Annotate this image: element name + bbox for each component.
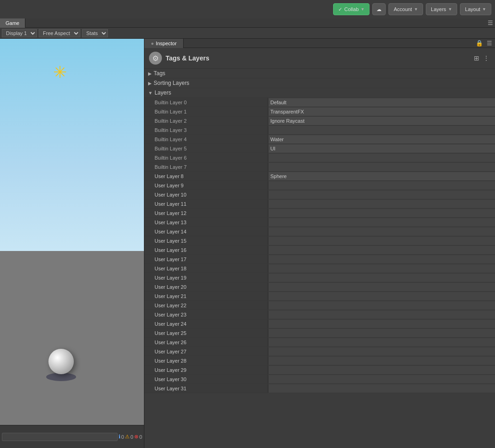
sorting-layers-section-row[interactable]: ▶ Sorting Layers <box>144 78 495 88</box>
layer-label: Builtin Layer 1 <box>144 107 268 116</box>
layer-row: Builtin Layer 6 <box>144 153 495 162</box>
display-select[interactable]: Display 1 <box>2 29 37 37</box>
layer-row: User Layer 25 <box>144 329 495 338</box>
layers-button[interactable]: Layers ▼ <box>426 3 457 15</box>
console-scrollbar[interactable] <box>2 433 118 441</box>
layer-input[interactable] <box>268 108 495 116</box>
layer-input[interactable] <box>268 375 495 383</box>
error-icon: ⊗ <box>134 434 138 440</box>
inspector-dot-icon: ● <box>151 41 154 46</box>
layer-input[interactable] <box>268 172 495 180</box>
layer-label: User Layer 30 <box>144 375 268 383</box>
account-button[interactable]: Account ▼ <box>388 3 423 15</box>
sun-icon: ✳ <box>53 64 72 83</box>
layer-row: User Layer 26 <box>144 338 495 347</box>
cloud-icon: ☁ <box>376 6 382 12</box>
layer-input[interactable] <box>268 347 495 356</box>
layer-input[interactable] <box>268 191 495 199</box>
layers-section-header[interactable]: ▼ Layers <box>144 88 495 98</box>
inspector-panel: ● Inspector 🔒 ☰ ⚙ Tags & Layers ⊞ ⋮ <box>144 39 495 448</box>
layer-label: User Layer 21 <box>144 292 268 300</box>
game-tab[interactable]: Game <box>0 18 25 28</box>
sky-background <box>0 39 144 251</box>
layer-input[interactable] <box>268 357 495 365</box>
layer-input[interactable] <box>268 135 495 143</box>
layer-input[interactable] <box>268 181 495 190</box>
collab-checkmark: ✓ <box>338 6 342 12</box>
layer-row: Builtin Layer 3 <box>144 125 495 135</box>
layer-row: User Layer 22 <box>144 301 495 310</box>
layers-section: Builtin Layer 0Builtin Layer 1Builtin La… <box>144 98 495 393</box>
aspect-select[interactable]: Free Aspect <box>39 29 80 37</box>
layer-input[interactable] <box>268 264 495 273</box>
layer-label: User Layer 15 <box>144 236 268 245</box>
layer-row: Builtin Layer 0 <box>144 98 495 107</box>
layer-input[interactable] <box>268 255 495 263</box>
tags-section-label: Tags <box>154 70 165 77</box>
cloud-button[interactable]: ☁ <box>372 3 386 15</box>
ground-background <box>0 251 144 425</box>
layer-input[interactable] <box>268 329 495 337</box>
expand-icon[interactable]: ⊞ <box>473 54 480 63</box>
layer-input[interactable] <box>268 320 495 328</box>
top-bar: ✓ Collab ▼ ☁ Account ▼ Layers ▼ Layout ▼ <box>0 0 495 18</box>
console-area: ℹ 0 ⚠ 0 ⊗ 0 <box>0 425 144 448</box>
tab-menu-icon[interactable]: ☰ <box>486 40 493 47</box>
layer-input[interactable] <box>268 292 495 300</box>
layer-label: User Layer 23 <box>144 310 268 319</box>
layer-input[interactable] <box>268 311 495 319</box>
layer-input[interactable] <box>268 274 495 282</box>
gear-icon: ⚙ <box>149 52 162 65</box>
layer-input[interactable] <box>268 283 495 291</box>
layer-input[interactable] <box>268 200 495 208</box>
game-area: ✳ ℹ 0 ⚠ 0 <box>0 39 144 448</box>
collab-button[interactable]: ✓ Collab ▼ <box>333 3 370 15</box>
layer-label: User Layer 20 <box>144 282 268 291</box>
layer-row: User Layer 21 <box>144 292 495 301</box>
layers-arrow-icon: ▼ <box>148 90 153 96</box>
layer-input[interactable] <box>268 117 495 125</box>
layer-input[interactable] <box>268 218 495 227</box>
layer-row: Builtin Layer 1 <box>144 107 495 116</box>
layer-input[interactable] <box>268 366 495 374</box>
settings-icon[interactable]: ⋮ <box>482 54 490 63</box>
lock-icon[interactable]: 🔒 <box>475 40 484 47</box>
layer-input[interactable] <box>268 209 495 217</box>
layer-input[interactable] <box>268 301 495 310</box>
game-scene: ✳ <box>0 39 144 425</box>
warning-count: 0 <box>131 434 133 440</box>
account-arrow-icon: ▼ <box>414 7 418 12</box>
layer-input[interactable] <box>268 154 495 162</box>
layer-row: User Layer 27 <box>144 347 495 356</box>
stats-select[interactable]: Stats <box>82 29 108 37</box>
layer-row: User Layer 15 <box>144 236 495 245</box>
error-badge: ⊗ 0 <box>134 434 142 440</box>
layer-input[interactable] <box>268 227 495 236</box>
layer-input[interactable] <box>268 163 495 171</box>
layer-row: Builtin Layer 2 <box>144 116 495 125</box>
layer-label: Builtin Layer 6 <box>144 153 268 162</box>
layer-input[interactable] <box>268 237 495 245</box>
layer-row: Builtin Layer 7 <box>144 162 495 172</box>
tags-section-row[interactable]: ▶ Tags <box>144 69 495 78</box>
layer-input[interactable] <box>268 98 495 107</box>
layer-label: User Layer 12 <box>144 209 268 217</box>
layer-label: User Layer 25 <box>144 329 268 337</box>
collab-label: Collab <box>344 6 358 12</box>
game-tab-menu-icon[interactable]: ☰ <box>488 19 493 26</box>
console-icons: ℹ 0 ⚠ 0 ⊗ 0 <box>119 434 142 440</box>
layer-input[interactable] <box>268 144 495 153</box>
layer-label: User Layer 28 <box>144 356 268 365</box>
sorting-layers-arrow-icon: ▶ <box>148 81 152 86</box>
layer-input[interactable] <box>268 126 495 134</box>
layout-button[interactable]: Layout ▼ <box>460 3 491 15</box>
layer-input[interactable] <box>268 384 495 393</box>
layers-arrow-icon: ▼ <box>448 7 452 12</box>
layer-label: User Layer 8 <box>144 172 268 180</box>
layer-label: User Layer 24 <box>144 319 268 328</box>
layer-input[interactable] <box>268 338 495 346</box>
layer-input[interactable] <box>268 246 495 254</box>
layer-row: User Layer 13 <box>144 218 495 227</box>
error-count: 0 <box>139 434 142 440</box>
inspector-tab[interactable]: ● Inspector <box>144 39 184 48</box>
